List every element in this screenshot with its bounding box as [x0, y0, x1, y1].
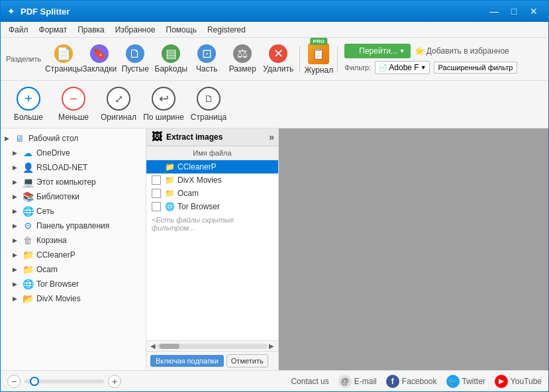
delete-button[interactable]: ✕ Удалить [261, 42, 295, 76]
size-icon: ⚖ [233, 44, 252, 63]
menu-format[interactable]: Формат [34, 23, 73, 36]
folder-icon: 📁 [22, 264, 34, 275]
title-bar: ✦ PDF Splitter — □ ✕ [1, 1, 548, 22]
expand-arrow-icon: ▶ [13, 222, 22, 229]
menu-registered[interactable]: Registered [202, 23, 251, 36]
trash-icon: 🗑 [22, 234, 34, 246]
part-button[interactable]: ⊡ Часть [189, 42, 224, 76]
bookmarks-button[interactable]: 🔖 Закладки [82, 42, 117, 76]
youtube-link[interactable]: ▶ YouTube [495, 375, 542, 388]
tree-item-ocam[interactable]: ▶ 📁 Ocam [1, 262, 146, 277]
menu-help[interactable]: Помощь [161, 23, 202, 36]
contact-us-text: Contact us [291, 377, 328, 386]
folder-icon: 📁 [165, 175, 175, 185]
minimize-button[interactable]: — [485, 3, 503, 19]
menu-favorites[interactable]: Избранное [110, 23, 161, 36]
youtube-icon: ▶ [495, 375, 508, 388]
file-item-ocam[interactable]: 📁 Ocam [146, 187, 278, 200]
folder-icon: 📁 [22, 249, 34, 261]
fav-button[interactable]: ⭐ Добавить в избранное [415, 46, 509, 56]
fit-icon: ⤢ [107, 87, 130, 111]
mark-button[interactable]: Отметить [226, 354, 268, 368]
size-button[interactable]: ⚖ Размер [225, 42, 260, 76]
checkbox-tor[interactable] [152, 202, 161, 211]
zoom-in-button[interactable]: + Больше [6, 83, 51, 125]
scroll-right-icon[interactable]: ▶ [268, 342, 275, 350]
checkbox-ccleaner[interactable] [152, 162, 161, 172]
h-scrollbar[interactable]: ◀ ▶ [146, 340, 278, 351]
twitter-icon: 🐦 [446, 375, 460, 388]
zoom-plus-button[interactable]: + [108, 375, 121, 388]
blank-button[interactable]: 🗋 Пустые [118, 42, 152, 76]
barcodes-button[interactable]: ▤ Барkoды [154, 42, 188, 76]
twitter-link[interactable]: 🐦 Twitter [446, 375, 485, 388]
pages-button[interactable]: 📄 Страницы [46, 42, 81, 76]
delete-icon: ✕ [269, 44, 287, 63]
divx-icon: 📂 [22, 293, 34, 305]
zoom-thumb[interactable] [30, 377, 39, 386]
blank-icon: 🗋 [126, 44, 144, 63]
tree-item-desktop[interactable]: ▶ 🖥 Рабочий стол [1, 131, 146, 146]
library-icon: 📚 [22, 191, 34, 203]
tree-item-network[interactable]: ▶ 🌐 Сеть [1, 204, 146, 219]
zoom-out-button[interactable]: − Меньше [51, 83, 96, 125]
zoom-minus-button[interactable]: − [7, 375, 21, 388]
toolbar-top-row: ▶ Перейти... ▼ ⭐ Добавить в избранное [344, 44, 517, 58]
checkbox-ocam[interactable] [152, 189, 161, 198]
file-item-tor[interactable]: 🌐 Tor Browser [146, 200, 278, 213]
checkbox-divx[interactable] [152, 175, 161, 185]
tree-item-thispc[interactable]: ▶ 💻 Этот компьютер [1, 175, 146, 189]
email-link[interactable]: @ E-mail [338, 375, 377, 388]
tree-item-ccleaner[interactable]: ▶ 📁 CCleanerP [1, 248, 146, 262]
fit-width-button[interactable]: ↩ По ширине [141, 83, 186, 125]
file-item-ccleaner[interactable]: 📁 CCleanerP [146, 160, 278, 173]
facebook-icon: f [386, 375, 399, 388]
maximize-button[interactable]: □ [505, 3, 523, 19]
file-item-divx[interactable]: 📁 DivX Movies [146, 173, 278, 187]
go-button[interactable]: ▶ Перейти... ▼ [344, 44, 410, 58]
scroll-thumb[interactable] [160, 344, 179, 349]
filter-hint: <Есть файлы скрытые фильтром... [146, 213, 278, 234]
tree-item-divx[interactable]: ▶ 📂 DivX Movies [1, 291, 146, 306]
include-subfolders-button[interactable]: Включая подпапки [150, 355, 224, 367]
menu-edit[interactable]: Правка [72, 23, 110, 36]
extract-icon: 🖼 [152, 131, 162, 143]
expand-arrow-icon: ▶ [13, 266, 22, 273]
scroll-left-icon[interactable]: ◀ [149, 342, 157, 350]
desktop-icon: 🖥 [14, 132, 26, 144]
page-icon: 🗋 [197, 87, 221, 111]
tree-item-control-panel[interactable]: ▶ ⚙ Панель управления [1, 219, 146, 233]
expand-arrow-icon: ▶ [5, 135, 14, 142]
toolbar-bottom-row: Фильтр: 📄 Adobe F ▼ Расширенный фильтр [344, 61, 517, 74]
menu-file[interactable]: Файл [3, 23, 34, 36]
expand-arrow-icon: ▶ [13, 193, 22, 200]
filter-select[interactable]: 📄 Adobe F ▼ [375, 61, 429, 74]
page-button[interactable]: 🗋 Страница [186, 83, 231, 125]
part-icon: ⊡ [197, 44, 216, 63]
panel-bottom: Включая подпапки Отметить [146, 351, 278, 370]
expand-arrow-icon: ▶ [13, 295, 22, 302]
cloud-icon: ☁ [22, 147, 34, 159]
tree-item-libraries[interactable]: ▶ 📚 Библиотеки [1, 189, 146, 204]
close-button[interactable]: ✕ [524, 3, 543, 19]
scroll-track[interactable] [157, 344, 268, 349]
expand-panel-icon[interactable]: » [269, 132, 274, 142]
minus-icon: − [62, 87, 85, 111]
filter-chevron-icon: ▼ [421, 64, 426, 71]
advanced-filter-button[interactable]: Расширенный фильтр [434, 62, 518, 74]
zoom-track[interactable] [25, 379, 104, 383]
tree-item-rsload[interactable]: ▶ 👤 RSLOAD-NET [1, 160, 146, 175]
window-controls: — □ ✕ [485, 3, 543, 19]
facebook-link[interactable]: f Facebook [386, 375, 437, 388]
fit-button[interactable]: ⤢ Оригинал [96, 83, 141, 125]
tree-item-trash[interactable]: ▶ 🗑 Корзина [1, 233, 146, 248]
tree-item-onedrive[interactable]: ▶ ☁ OneDrive [1, 146, 146, 160]
col-header: Имя файла [146, 146, 278, 160]
action-icons-bar: + Больше − Меньше ⤢ Оригинал ↩ По ширине… [1, 81, 548, 128]
tree-item-tor[interactable]: ▶ 🌐 Tor Browser [1, 277, 146, 291]
file-tree: ▶ 🖥 Рабочий стол ▶ ☁ OneDrive ▶ 👤 RSLOAD… [1, 128, 146, 370]
pages-icon: 📄 [54, 44, 73, 63]
tor-folder-icon: 🌐 [165, 202, 175, 211]
journal-button[interactable]: 📋 PRO Журнал [304, 40, 333, 77]
barcodes-icon: ▤ [162, 44, 180, 63]
